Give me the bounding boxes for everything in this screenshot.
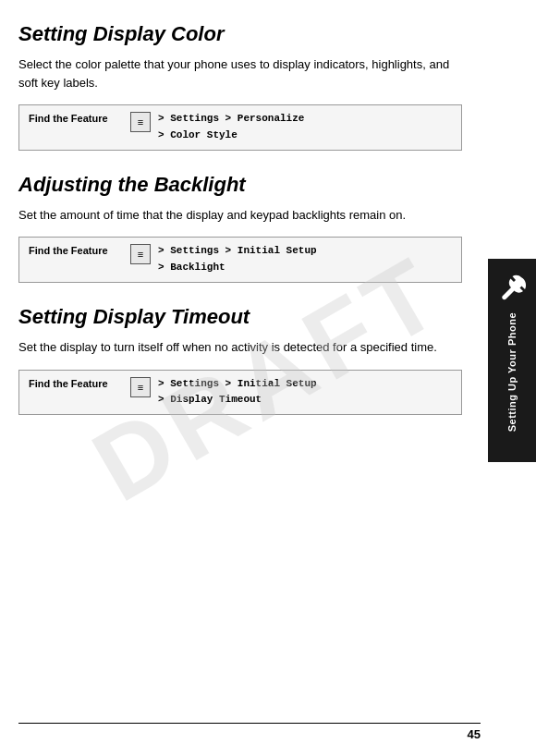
- path-line-1a: > Settings > Personalize: [158, 111, 304, 128]
- find-feature-label-3: Find the Feature: [29, 376, 130, 389]
- sidebar-tab: Setting Up Your Phone: [488, 259, 536, 462]
- menu-icon-3: ≡: [130, 377, 151, 397]
- section-body-display-timeout: Set the display to turn itself off when …: [18, 338, 469, 357]
- wrench-icon: [493, 268, 530, 305]
- find-feature-label-2: Find the Feature: [29, 243, 130, 256]
- path-line-3b: > Display Timeout: [158, 392, 317, 408]
- find-feature-path-2: > Settings > Initial Setup > Backlight: [158, 243, 317, 275]
- bottom-divider: [18, 723, 481, 724]
- section-body-display-color: Select the color palette that your phone…: [18, 55, 469, 91]
- section-display-color: Setting Display Color Select the color p…: [18, 22, 469, 151]
- path-line-3a: > Settings > Initial Setup: [158, 376, 317, 393]
- section-body-backlight: Set the amount of time that the display …: [18, 206, 469, 225]
- find-feature-box-3: Find the Feature ≡ > Settings > Initial …: [18, 370, 462, 415]
- find-feature-path-3: > Settings > Initial Setup > Display Tim…: [158, 376, 317, 408]
- path-line-2b: > Backlight: [158, 260, 317, 276]
- menu-icon-1: ≡: [130, 112, 151, 132]
- page-number: 45: [468, 727, 481, 741]
- section-title-display-timeout: Setting Display Timeout: [18, 305, 469, 329]
- path-line-2a: > Settings > Initial Setup: [158, 243, 317, 260]
- section-display-timeout: Setting Display Timeout Set the display …: [18, 305, 469, 415]
- path-line-1b: > Color Style: [158, 128, 304, 144]
- find-feature-label-1: Find the Feature: [29, 111, 130, 124]
- section-backlight: Adjusting the Backlight Set the amount o…: [18, 173, 469, 283]
- find-feature-box-1: Find the Feature ≡ > Settings > Personal…: [18, 104, 462, 150]
- section-title-backlight: Adjusting the Backlight: [18, 173, 469, 197]
- main-content: Setting Display Color Select the color p…: [0, 0, 488, 756]
- menu-icon-2: ≡: [130, 244, 151, 264]
- sidebar-tab-label: Setting Up Your Phone: [506, 312, 518, 432]
- find-feature-path-1: > Settings > Personalize > Color Style: [158, 111, 304, 143]
- page-container: DRAFT Setting Display Color Select the c…: [0, 0, 536, 756]
- section-title-display-color: Setting Display Color: [18, 22, 469, 46]
- find-feature-box-2: Find the Feature ≡ > Settings > Initial …: [18, 237, 462, 282]
